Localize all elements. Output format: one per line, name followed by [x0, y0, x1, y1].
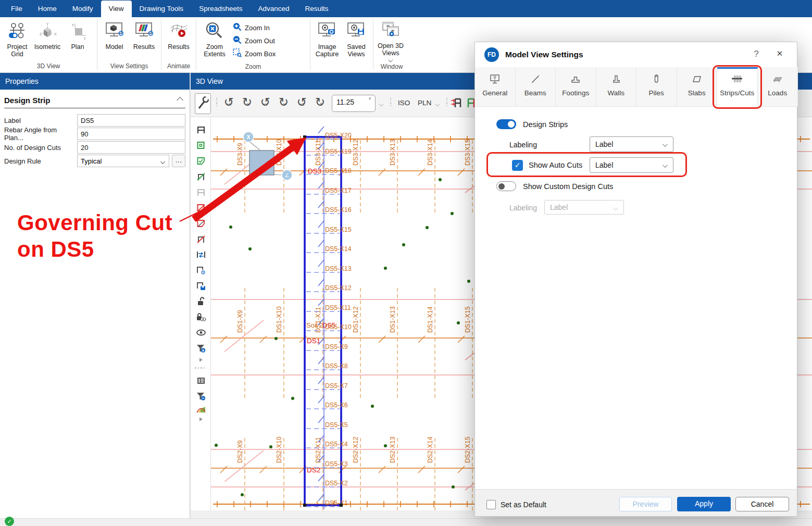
results-monitor-icon: ⚙ [134, 21, 154, 42]
design-strip-section-header[interactable]: Design Strip [4, 96, 185, 108]
details-list-button[interactable] [193, 373, 209, 387]
tab-view[interactable]: View [101, 1, 132, 17]
help-button[interactable]: ? [750, 49, 763, 59]
results-contour-button[interactable] [193, 403, 209, 417]
hide-slabs-button[interactable] [193, 216, 209, 230]
auto-cuts-labeling-dropdown[interactable]: Label [590, 157, 673, 173]
cancel-button[interactable]: Cancel [735, 497, 789, 511]
unlock-button[interactable] [193, 294, 209, 308]
tab-label: Footings [562, 89, 589, 97]
dialog-tab-footings[interactable]: Footings [556, 67, 596, 106]
tab-advanced[interactable]: Advanced [250, 1, 297, 17]
tab-results[interactable]: Results [297, 1, 336, 17]
zoom-in-button[interactable]: Zoom In [233, 22, 276, 33]
dialog-tab-general[interactable]: General [475, 67, 516, 106]
preview-button[interactable]: Preview [619, 497, 672, 511]
spacing-dimension-button[interactable] [193, 247, 209, 261]
filter-remove-button[interactable] [193, 389, 209, 403]
design-rule-dropdown[interactable]: Typical [77, 155, 169, 167]
animate-results-button[interactable]: Results [164, 19, 194, 51]
plan-view-button[interactable]: PLN [415, 96, 434, 109]
zoom-out-button[interactable]: Zoom Out [233, 35, 276, 46]
view-style-button[interactable] [195, 93, 211, 114]
project-grid-button[interactable]: Project Grid [2, 19, 32, 58]
rotation-angle-input[interactable] [336, 98, 363, 106]
model-view-settings-button[interactable]: ⚙ Model [99, 19, 129, 51]
design-rule-more-button[interactable]: … [172, 155, 185, 167]
dialog-header[interactable]: FD Model View Settings ? ✕ [475, 42, 797, 67]
close-button[interactable]: ✕ [773, 49, 786, 58]
tab-drawing-tools[interactable]: Drawing Tools [132, 1, 192, 17]
status-bar: ✓ [0, 518, 812, 526]
set-as-default-checkbox[interactable] [486, 500, 496, 509]
show-footings-button[interactable] [193, 138, 209, 152]
plan-button[interactable]: xz Plan [63, 19, 93, 51]
rotate-minus-y-button[interactable]: ↻-Y [275, 95, 292, 112]
image-capture-button[interactable]: Image Capture [313, 19, 342, 58]
show-strips-button[interactable] [193, 122, 209, 136]
tab-spreadsheets[interactable]: Spreadsheets [191, 1, 250, 17]
svg-text:⚙: ⚙ [118, 29, 124, 37]
strip-labeling-dropdown[interactable]: Label [590, 136, 673, 152]
dialog-tab-slabs[interactable]: Slabs [677, 67, 718, 106]
saved-views-button[interactable]: Saved Views [342, 19, 371, 58]
svg-text:DS5-X18: DS5-X18 [325, 167, 352, 174]
plan-label: Plan [71, 43, 84, 51]
svg-text:∠: ∠ [285, 172, 290, 178]
rotate-plus-z-button[interactable]: ↺+Z [293, 95, 310, 112]
iso-view-button[interactable]: ISO [395, 96, 413, 109]
show-slabs-button[interactable] [193, 154, 209, 168]
dialog-tab-walls[interactable]: Walls [596, 67, 637, 106]
strip-save-button[interactable] [193, 279, 209, 293]
dialog-tab-piles[interactable]: Piles [636, 67, 677, 106]
rotate-plus-y-button[interactable]: ↺+Y [257, 95, 274, 112]
expand-more-button-2[interactable] [193, 415, 209, 423]
zoom-box-button[interactable]: Zoom Box [233, 48, 276, 59]
annotation-text: Governing Cut on DS5 [17, 209, 172, 262]
visibility-eye-button[interactable] [193, 325, 209, 340]
isometric-button[interactable]: YZX Isometric [32, 19, 63, 51]
tab-file[interactable]: File [3, 1, 30, 17]
label-field[interactable] [77, 114, 185, 127]
rotate-minus-x-button[interactable]: ↻-X [239, 95, 256, 112]
show-walls-button[interactable] [193, 185, 209, 199]
rotate-minus-z-button[interactable]: ↻-Z [311, 95, 329, 112]
svg-text:DS3-X13: DS3-X13 [389, 139, 396, 166]
design-strips-toggle[interactable] [496, 119, 516, 129]
angle-dropdown-chevron-icon[interactable] [379, 102, 383, 106]
rebar-angle-field[interactable] [77, 128, 185, 140]
show-auto-cuts-checkbox[interactable]: ✓ [512, 160, 523, 171]
show-beams-button[interactable] [193, 169, 209, 183]
dropdown-chevron-icon [663, 142, 668, 147]
filter-apply-button[interactable] [193, 341, 209, 355]
rotate-plus-x-button[interactable]: ↺+X [220, 95, 238, 112]
design-cuts-field[interactable] [77, 141, 185, 154]
lock-visibility-button[interactable] [193, 310, 209, 324]
svg-text:DS3-X11: DS3-X11 [315, 140, 322, 166]
hide-footings-button[interactable] [193, 201, 209, 215]
strip-annotation-button[interactable] [451, 96, 464, 111]
dialog-tab-loads[interactable]: Loads [758, 67, 798, 106]
view-mode-chevron-icon[interactable] [435, 102, 440, 106]
apply-button[interactable]: Apply [677, 497, 731, 511]
expand-more-button[interactable] [193, 356, 209, 364]
ribbon-group-capture: Image Capture Saved Views [310, 17, 373, 72]
show-custom-cuts-toggle[interactable] [496, 181, 516, 191]
toolbar-drag-handle[interactable] [390, 98, 392, 109]
svg-text:X: X [54, 32, 57, 36]
collapse-chevron-icon[interactable] [177, 97, 183, 104]
custom-labeling-dropdown[interactable]: Label [544, 200, 624, 215]
tab-home[interactable]: Home [30, 1, 65, 17]
toolbar-drag-handle[interactable] [216, 98, 218, 109]
hide-strips-button[interactable] [193, 232, 209, 246]
saved-views-label: Saved Views [342, 43, 371, 58]
dialog-tab-beams[interactable]: Beams [516, 67, 556, 106]
toolbar-drag-handle[interactable] [446, 98, 448, 109]
results-view-settings-button[interactable]: ⚙ Results [129, 19, 159, 51]
dialog-tab-strips-cuts[interactable]: Strips/Cuts [717, 67, 758, 107]
design-cuts-caption: No. of Design Cuts [4, 144, 77, 152]
tab-modify[interactable]: Modify [65, 1, 101, 17]
strip-settings-button[interactable]: ⚙ [193, 263, 209, 277]
zoom-extents-button[interactable]: Zoom Extents [198, 19, 231, 58]
open-3d-views-button[interactable]: Open 3D Views [376, 19, 406, 62]
